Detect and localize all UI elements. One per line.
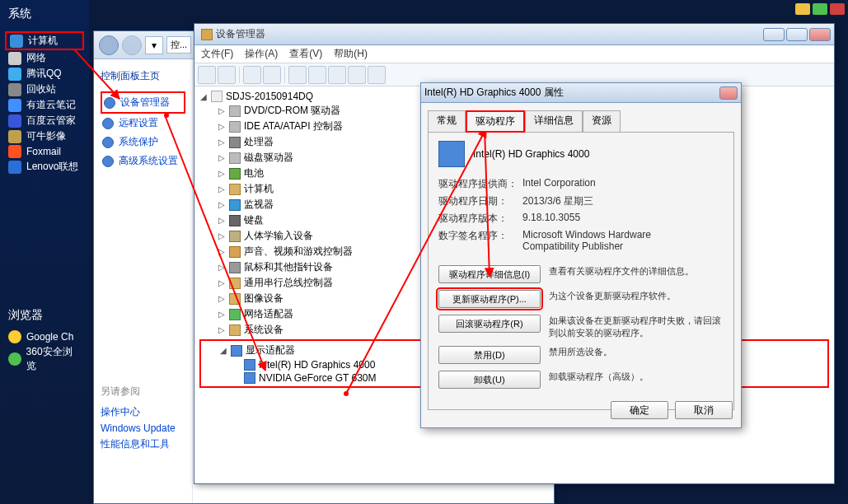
breadcrumb-icon[interactable]: ▾ xyxy=(145,36,163,54)
tray-icon[interactable] xyxy=(795,3,810,15)
system-section-title: 系统 xyxy=(0,0,89,28)
disc-icon xyxy=(229,105,241,117)
desktop-item-label: 360安全浏览 xyxy=(26,345,81,373)
desc-uninstall: 卸载驱动程序（高级）。 xyxy=(549,371,724,383)
sidebar-item-device-manager[interactable]: 设备管理器 xyxy=(101,91,185,114)
desktop-item-label: 腾讯QQ xyxy=(26,67,62,81)
toolbar-help[interactable] xyxy=(263,66,281,84)
desktop-item-youdao[interactable]: 有道云笔记 xyxy=(5,97,84,113)
breadcrumb[interactable]: 控... xyxy=(166,36,191,54)
expand-icon[interactable]: ▷ xyxy=(218,232,226,240)
toolbar-misc[interactable] xyxy=(368,66,386,84)
sidebar-item-label: 系统保护 xyxy=(119,135,158,149)
360-icon xyxy=(8,352,21,366)
collapse-icon[interactable]: ◢ xyxy=(199,92,208,100)
tab-details[interactable]: 详细信息 xyxy=(525,110,583,133)
menu-file[interactable]: 文件(F) xyxy=(201,47,233,61)
see-also-action-center[interactable]: 操作中心 xyxy=(101,404,185,421)
tree-node-label: 通用串行总线控制器 xyxy=(244,276,333,290)
desktop-item-label: 网络 xyxy=(26,51,46,65)
sidebar-item-protection[interactable]: 系统保护 xyxy=(101,133,185,152)
cpu-icon xyxy=(229,137,241,148)
desktop-item-label: Lenovo联想 xyxy=(26,160,78,174)
ok-button[interactable]: 确定 xyxy=(611,401,668,419)
menu-action[interactable]: 操作(A) xyxy=(245,47,278,61)
back-button[interactable] xyxy=(99,35,119,55)
shield-icon xyxy=(102,156,114,167)
expand-icon[interactable]: ▷ xyxy=(218,107,226,115)
expand-icon[interactable]: ▷ xyxy=(218,295,226,303)
tray-icon[interactable] xyxy=(830,3,845,15)
rollback-driver-button[interactable]: 回滚驱动程序(R) xyxy=(438,315,541,333)
desc-disable: 禁用所选设备。 xyxy=(549,346,724,358)
pc-icon xyxy=(229,184,241,195)
expand-icon[interactable]: ▷ xyxy=(218,279,226,287)
desktop-item-foxmail[interactable]: Foxmail xyxy=(5,144,84,159)
toolbar-scan[interactable] xyxy=(288,66,307,84)
close-button[interactable] xyxy=(719,86,738,100)
dm-titlebar[interactable]: 设备管理器 xyxy=(194,24,834,45)
expand-icon[interactable]: ▷ xyxy=(218,123,226,131)
desktop-item-network[interactable]: 网络 xyxy=(5,50,84,66)
toolbar-disable[interactable] xyxy=(348,66,366,84)
desktop-item-keniu[interactable]: 可牛影像 xyxy=(5,128,84,144)
expand-icon[interactable]: ▷ xyxy=(218,310,226,319)
see-also-windows-update[interactable]: Windows Update xyxy=(101,421,185,436)
expand-icon[interactable]: ▷ xyxy=(218,170,226,178)
tab-general[interactable]: 常规 xyxy=(428,110,466,133)
expand-icon[interactable]: ▷ xyxy=(218,201,226,209)
lenovo-icon xyxy=(8,161,21,174)
dialog-title: Intel(R) HD Graphics 4000 属性 xyxy=(424,86,564,100)
tree-node-label: 计算机 xyxy=(244,182,274,196)
battery-icon xyxy=(229,168,241,180)
desktop-item-computer[interactable]: 计算机 xyxy=(5,31,84,50)
menu-view[interactable]: 查看(V) xyxy=(289,47,322,61)
expand-icon[interactable]: ▷ xyxy=(218,185,226,194)
toolbar-back[interactable] xyxy=(198,66,216,84)
sidebar-item-remote[interactable]: 远程设置 xyxy=(101,114,185,133)
toolbar-forward[interactable] xyxy=(218,66,236,84)
uninstall-button[interactable]: 卸载(U) xyxy=(438,371,541,389)
disable-button[interactable]: 禁用(D) xyxy=(438,346,541,364)
expand-icon[interactable]: ▷ xyxy=(218,154,226,162)
desktop-item-baidu[interactable]: 百度云管家 xyxy=(5,113,84,128)
value-provider: Intel Corporation xyxy=(522,177,596,191)
network-icon xyxy=(8,52,21,65)
menu-help[interactable]: 帮助(H) xyxy=(334,47,368,61)
toolbar-uninstall[interactable] xyxy=(328,66,346,84)
toolbar-update[interactable] xyxy=(308,66,326,84)
expand-icon[interactable]: ▷ xyxy=(218,217,226,225)
device-icon xyxy=(438,141,465,167)
desktop-item-qq[interactable]: 腾讯QQ xyxy=(5,66,84,82)
forward-button[interactable] xyxy=(122,35,142,55)
driver-details-button[interactable]: 驱动程序详细信息(I) xyxy=(438,265,541,283)
sound-icon xyxy=(229,246,241,258)
desktop-item-label: 计算机 xyxy=(28,34,58,48)
maximize-button[interactable] xyxy=(786,28,808,41)
shield-icon xyxy=(104,97,115,109)
tab-driver[interactable]: 驱动程序 xyxy=(466,110,525,133)
close-button[interactable] xyxy=(809,28,831,41)
desktop-item-trash[interactable]: 回收站 xyxy=(5,82,84,97)
cloud-icon xyxy=(8,114,21,128)
expand-icon[interactable]: ▷ xyxy=(218,326,226,334)
desktop-item-lenovo[interactable]: Lenovo联想 xyxy=(5,159,84,175)
expand-icon[interactable]: ▷ xyxy=(218,138,226,147)
expand-icon[interactable]: ▷ xyxy=(218,248,226,256)
window-title: 设备管理器 xyxy=(216,27,265,41)
device-manager-icon xyxy=(201,29,213,40)
update-driver-button[interactable]: 更新驱动程序(P)... xyxy=(438,290,541,308)
expand-icon[interactable]: ▷ xyxy=(218,264,226,272)
minimize-button[interactable] xyxy=(763,28,785,41)
tray-icon[interactable] xyxy=(813,3,827,15)
see-also-performance[interactable]: 性能信息和工具 xyxy=(101,436,185,453)
prop-titlebar[interactable]: Intel(R) HD Graphics 4000 属性 xyxy=(421,83,741,103)
toolbar-properties[interactable] xyxy=(243,66,261,84)
disk-icon xyxy=(229,152,241,164)
sidebar-item-advanced[interactable]: 高级系统设置 xyxy=(101,152,185,170)
cancel-button[interactable]: 取消 xyxy=(675,401,733,419)
desktop-item-360[interactable]: 360安全浏览 xyxy=(5,344,84,374)
tab-resources[interactable]: 资源 xyxy=(583,110,621,133)
collapse-icon[interactable]: ◢ xyxy=(219,347,227,355)
desktop-item-chrome[interactable]: Google Ch xyxy=(5,329,84,344)
